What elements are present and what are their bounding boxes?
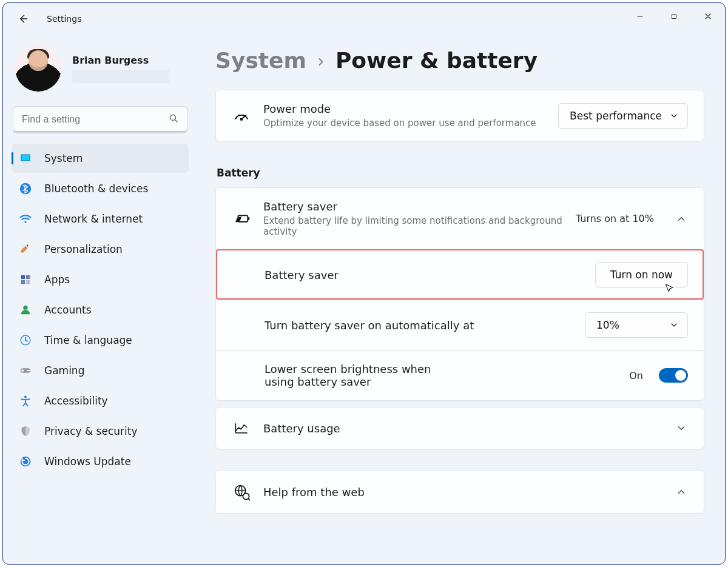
battery-saver-auto-row: Turn battery saver on automatically at 1… bbox=[216, 300, 704, 350]
page-title: Power & battery bbox=[335, 48, 538, 73]
sidebar-item-privacy[interactable]: Privacy & security bbox=[12, 417, 189, 446]
breadcrumb-root[interactable]: System bbox=[215, 48, 306, 73]
battery-saver-desc: Extend battery life by limiting some not… bbox=[263, 215, 564, 237]
battery-saver-card: Battery saver Extend battery life by lim… bbox=[215, 187, 704, 401]
expand-toggle[interactable] bbox=[675, 213, 688, 224]
bluetooth-icon bbox=[19, 182, 32, 195]
profile-block[interactable]: Brian Burgess bbox=[12, 45, 189, 102]
sidebar-item-label: Accessibility bbox=[44, 395, 108, 407]
battery-saver-auto-label: Turn battery saver on automatically at bbox=[265, 319, 573, 332]
help-row[interactable]: Help from the web bbox=[216, 471, 704, 513]
chart-line-icon bbox=[232, 420, 251, 437]
power-mode-card: Power mode Optimize your device based on… bbox=[215, 90, 704, 141]
sidebar-item-apps[interactable]: Apps bbox=[12, 265, 189, 294]
chevron-up-icon bbox=[676, 213, 687, 224]
sidebar-item-label: Network & internet bbox=[44, 213, 143, 225]
sidebar-item-accounts[interactable]: Accounts bbox=[12, 295, 189, 324]
battery-saver-button-label: Turn on now bbox=[610, 269, 673, 281]
sidebar-item-personalization[interactable]: Personalization bbox=[12, 235, 189, 264]
sidebar-item-label: Gaming bbox=[44, 364, 84, 377]
sidebar-item-label: Apps bbox=[44, 273, 70, 286]
battery-usage-row[interactable]: Battery usage bbox=[216, 408, 704, 449]
sidebar-nav: System Bluetooth & devices Network & int… bbox=[12, 144, 189, 476]
sidebar-item-label: Accounts bbox=[44, 304, 92, 316]
app-title: Settings bbox=[47, 14, 81, 24]
apps-icon bbox=[19, 273, 32, 286]
battery-usage-title: Battery usage bbox=[263, 422, 662, 435]
battery-usage-card[interactable]: Battery usage bbox=[215, 407, 704, 449]
sidebar-item-accessibility[interactable]: Accessibility bbox=[12, 386, 189, 415]
battery-saver-texts: Battery saver Extend battery life by lim… bbox=[263, 200, 564, 237]
expand-toggle[interactable] bbox=[675, 486, 688, 497]
battery-saver-turn-on-button[interactable]: Turn on now bbox=[595, 262, 688, 287]
minimize-button[interactable] bbox=[623, 3, 657, 30]
power-mode-value: Best performance bbox=[570, 110, 662, 122]
profile-name: Brian Burgess bbox=[72, 55, 169, 66]
battery-saver-auto-value: 10% bbox=[596, 319, 619, 331]
sidebar-item-bluetooth[interactable]: Bluetooth & devices bbox=[12, 174, 189, 203]
battery-saver-header-row[interactable]: Battery saver Extend battery life by lim… bbox=[216, 188, 704, 249]
window-body: Brian Burgess System Bluetooth & devices bbox=[3, 35, 725, 564]
power-mode-texts: Power mode Optimize your device based on… bbox=[263, 102, 546, 129]
main-content: System Power & battery Power mode Optimi… bbox=[197, 35, 725, 564]
back-arrow-icon bbox=[17, 13, 29, 25]
battery-saver-auto-texts: Turn battery saver on automatically at bbox=[265, 319, 573, 332]
sidebar-item-label: Privacy & security bbox=[44, 425, 138, 437]
battery-saver-toggle-label: Battery saver bbox=[265, 269, 583, 281]
avatar bbox=[15, 45, 61, 92]
sidebar-item-network[interactable]: Network & internet bbox=[12, 204, 189, 233]
window-controls bbox=[623, 3, 725, 30]
paintbrush-icon bbox=[19, 243, 32, 256]
power-mode-row: Power mode Optimize your device based on… bbox=[216, 90, 704, 141]
search-input[interactable] bbox=[13, 106, 187, 133]
power-mode-dropdown[interactable]: Best performance bbox=[558, 103, 688, 129]
expand-toggle[interactable] bbox=[675, 423, 688, 434]
battery-section-label: Battery bbox=[217, 167, 704, 179]
chevron-up-icon bbox=[676, 486, 687, 497]
battery-saver-brightness-row: Lower screen brightness when using batte… bbox=[216, 350, 704, 400]
sidebar-item-label: Personalization bbox=[44, 243, 123, 255]
settings-window: Settings Brian Burgess bbox=[2, 2, 726, 565]
chevron-down-icon bbox=[669, 111, 679, 121]
sidebar-item-label: System bbox=[44, 152, 83, 164]
gamepad-icon bbox=[19, 364, 32, 377]
battery-saver-toggle-row: Battery saver Turn on now bbox=[216, 249, 704, 300]
power-mode-title: Power mode bbox=[263, 102, 546, 115]
sidebar: Brian Burgess System Bluetooth & devices bbox=[3, 35, 197, 564]
sidebar-item-label: Time & language bbox=[44, 334, 132, 346]
sidebar-item-time[interactable]: Time & language bbox=[12, 326, 189, 355]
close-icon bbox=[703, 12, 713, 21]
titlebar: Settings bbox=[3, 3, 725, 35]
battery-saver-title: Battery saver bbox=[263, 200, 564, 213]
minimize-icon bbox=[636, 12, 644, 21]
accessibility-icon bbox=[19, 394, 32, 408]
power-mode-desc: Optimize your device based on power use … bbox=[263, 118, 546, 129]
person-icon bbox=[19, 303, 32, 317]
chevron-down-icon bbox=[676, 423, 687, 434]
sidebar-item-gaming[interactable]: Gaming bbox=[12, 356, 189, 385]
maximize-icon bbox=[670, 12, 678, 21]
profile-text: Brian Burgess bbox=[72, 55, 169, 83]
help-card[interactable]: Help from the web bbox=[215, 470, 704, 514]
battery-saver-auto-dropdown[interactable]: 10% bbox=[585, 312, 688, 338]
close-button[interactable] bbox=[691, 3, 725, 30]
battery-saver-brightness-label-l2: using battery saver bbox=[265, 375, 617, 388]
help-title: Help from the web bbox=[263, 486, 662, 498]
system-icon bbox=[19, 152, 32, 165]
battery-saver-brightness-label-l1: Lower screen brightness when bbox=[265, 363, 617, 375]
globe-search-icon bbox=[232, 483, 251, 501]
sidebar-item-system[interactable]: System bbox=[12, 144, 189, 173]
battery-saver-brightness-value: On bbox=[629, 370, 643, 381]
search-box[interactable] bbox=[13, 106, 187, 133]
sidebar-item-update[interactable]: Windows Update bbox=[12, 447, 189, 476]
profile-email-redacted bbox=[72, 70, 169, 83]
battery-leaf-icon bbox=[232, 210, 251, 228]
maximize-button[interactable] bbox=[657, 3, 691, 30]
battery-saver-toggle-texts: Battery saver bbox=[265, 269, 583, 281]
breadcrumb: System Power & battery bbox=[215, 48, 704, 73]
sidebar-item-label: Bluetooth & devices bbox=[44, 183, 148, 195]
update-icon bbox=[19, 455, 32, 468]
brightness-toggle[interactable] bbox=[659, 368, 688, 383]
shield-icon bbox=[19, 424, 32, 438]
back-button[interactable] bbox=[16, 12, 30, 25]
